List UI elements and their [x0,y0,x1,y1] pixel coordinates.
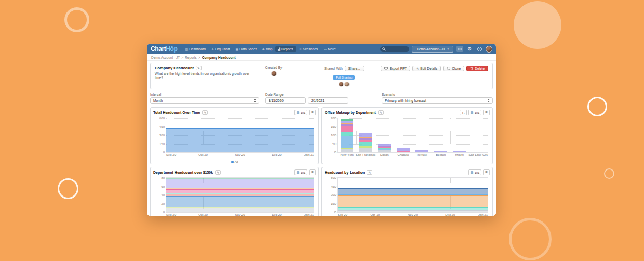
shared-user-avatar[interactable] [344,82,350,87]
delete-button[interactable]: Delete [466,66,488,71]
nav-item-org-chart[interactable]: ⋔Org Chart [209,46,233,52]
bar-segment-people [359,138,372,140]
nav-item-label: More [328,47,336,51]
nav-item-scenarios[interactable]: ⚐Scenarios [297,46,320,52]
edit-chart-button[interactable]: ✎ [378,110,384,115]
interval-label: Interval [150,93,259,96]
chart-panel-header: Total Headcount Over Time✎⊞1x1≡ [153,109,316,116]
report-actions: Export PPT ✎ Edit Details Clone Delete [381,66,488,87]
area-series-dallas [338,207,488,211]
scenario-filter: Scenario Primary, with hiring forecast [382,93,493,104]
chart-plot: 020406080Sep 20Oct 20Nov 20Dec 20Jan 21 [166,177,314,213]
edit-chart-button[interactable]: ✎ [202,110,208,115]
chart-menu-button[interactable]: ≡ [483,169,490,175]
nav-item-reports[interactable]: ▟Reports [275,46,296,52]
area-series-all [166,128,314,152]
y-axis-tick-label: 40 [161,193,165,197]
menu-icon: ≡ [485,171,488,175]
share-button[interactable]: Share... [345,66,364,71]
area-series-chicago [338,210,488,212]
chart-size-button[interactable]: ⊞1x1 [294,110,308,115]
x-axis-tick-label: Boston [436,153,446,156]
chart-menu-button[interactable]: ≡ [483,110,490,115]
edit-chart-button[interactable]: ✎ [215,170,221,175]
report-description: What are the high-level trends in our or… [155,72,251,81]
x-axis-tick-label: Salt Lake City [468,153,488,156]
start-date-input[interactable]: 8/15/2020 [265,97,306,104]
y-axis-tick-label: 450 [159,125,165,128]
shared-user-avatar[interactable] [339,82,344,87]
edit-title-button[interactable]: ✎ [196,66,202,70]
menu-icon: ≡ [311,111,314,115]
y-axis-tick-label: 80 [161,176,165,179]
chart-size-button[interactable]: ⊞1x1 [468,169,482,175]
bar-segment-finance [341,132,354,136]
user-avatar[interactable] [486,46,492,53]
bar-segment-marketing [397,151,410,152]
x-axis-tick-label: Dec 20 [445,213,455,216]
breadcrumb-item[interactable]: Demo Account - JT [151,56,180,59]
chart-size-label: 1x1 [301,111,306,114]
bar-segment-sales [453,151,466,152]
nav-item-more[interactable]: ⋯More [321,46,338,52]
area-series-people [166,189,314,190]
map-icon: ⊕ [262,47,265,51]
view-as-button[interactable] [456,46,463,52]
account-switcher-button[interactable]: Demo Account - JT ▾ [412,46,453,53]
chart-title: Headcount by Location [325,171,365,174]
x-axis-tick-label: Nov 20 [235,213,245,216]
breadcrumb-item[interactable]: Reports [185,56,197,59]
edit-details-button[interactable]: ✎ Edit Details [412,66,441,71]
nav-item-map[interactable]: ⊕Map [260,46,275,52]
nav-item-data-sheet[interactable]: ▦Data Sheet [233,46,259,52]
x-axis-tick-label: Nov 20 [408,213,418,216]
interval-select[interactable]: Month [150,97,259,104]
nav-item-dashboard[interactable]: ▥Dashboard [182,46,208,52]
area-series-product [166,188,314,189]
help-button[interactable]: ? [476,46,483,52]
scenario-select[interactable]: Primary, with hiring forecast [382,97,493,104]
area-series-miami [338,207,488,207]
chart-plot: 0150300450600Sep 20Oct 20Nov 20Dec 20Jan… [166,118,314,153]
reports-icon: ▟ [278,47,280,51]
edit-chart-button[interactable]: ✎ [367,170,372,175]
page-title: Company Headcount [155,66,194,70]
search-input[interactable] [380,46,409,52]
charthop-logo[interactable]: ChartHôp [151,46,177,52]
dashboard-icon: ▥ [185,47,188,51]
export-ppt-label: Export PPT [390,67,407,70]
gridline [314,118,314,152]
x-axis-tick-label: Miami [455,153,464,156]
chart-size-button[interactable]: ⊞1x1 [294,169,308,175]
clone-button[interactable]: Clone [443,66,464,71]
sort-button[interactable]: T▾ [460,110,467,115]
select-spinner-icon [488,99,490,102]
chart-size-button[interactable]: ⊞1x1 [468,110,482,115]
report-header: Company Headcount ✎ What are the high-le… [150,63,493,89]
export-ppt-button[interactable]: Export PPT [381,66,410,71]
chart-panel-header: Department Headcount over $150k✎⊞1x1≡ [153,169,316,176]
legend-item-all[interactable]: All [231,160,238,163]
y-axis-tick-label: 50 [332,142,336,146]
breadcrumb-separator: > [181,56,183,59]
area-series-remote [338,195,488,195]
copy-icon [447,67,450,70]
breadcrumb-separator: > [198,56,200,59]
x-axis-tick-label: Dallas [380,153,389,156]
pencil-icon: ✎ [368,171,371,174]
trash-icon [470,67,473,70]
eye-icon [458,47,462,51]
settings-button[interactable]: ⚙ [466,46,473,52]
chart-panel-1: Total Headcount Over Time✎⊞1x1≡015030045… [150,107,319,164]
y-axis-tick-label: 0 [334,211,336,214]
bar-segment-sales [415,150,428,152]
chart-menu-button[interactable]: ≡ [309,110,316,115]
end-date-input[interactable]: 2/1/2021 [308,97,348,104]
chart-menu-button[interactable]: ≡ [309,169,316,175]
x-axis-tick-label: Nov 20 [235,153,245,156]
date-range-label: Date Range [265,93,348,96]
sort-icon: T▾ [462,111,465,114]
bar-segment-design [359,146,372,148]
creator-avatar[interactable] [271,71,277,76]
report-title-block: Company Headcount ✎ What are the high-le… [155,66,258,87]
